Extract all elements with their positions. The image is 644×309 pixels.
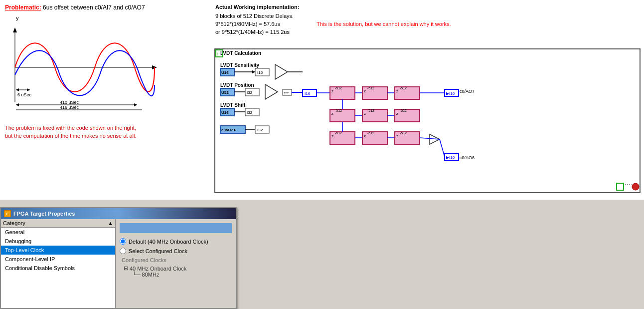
top-area: Problematic: 6us offset between c0/AI7 a… [0,0,644,200]
svg-point-96 [632,183,639,190]
category-toplevel-clock[interactable]: Top-Level Clock [1,246,115,255]
y-axis-label: y [16,15,19,21]
titlebar: F FPGA Target Properties [1,208,236,219]
actual-line1: 9 blocks of 512 Discrete Delays. [215,13,294,19]
actual-title: Actual Working implementation: [215,4,299,10]
default-clock-option[interactable]: Default (40 MHz Onboard Clock) [120,238,232,245]
fpga-diagram-box: LVDT Calculation LVDT Sensitivity U16 I1… [214,48,641,193]
svg-rect-58 [330,109,355,122]
actual-line3: or 9*512*(1/40MHz) = 115.2us [215,29,290,35]
svg-text:LVDT Shift: LVDT Shift [220,102,246,108]
category-list: General Debugging Top-Level Clock Compon… [1,228,115,273]
category-header: Category ▲ [1,219,115,228]
svg-text:I32: I32 [247,90,253,95]
fpga-properties-panel[interactable]: F FPGA Target Properties Category ▲ Gene… [0,207,237,309]
svg-text:LVDT Position: LVDT Position [220,82,254,88]
svg-text:I16: I16 [257,70,263,75]
svg-rect-55 [395,87,420,99]
svg-text:-512: -512 [400,86,407,90]
category-general[interactable]: General [1,228,115,237]
svg-text:LVDT Sensitivity: LVDT Sensitivity [220,62,260,68]
clock-tree: ⊟ 40 MHz Onboard Clock └─ 80MHz [124,265,232,278]
svg-marker-5 [16,88,19,91]
svg-text:410 uSec: 410 uSec [60,100,79,105]
svg-text:z: z [331,134,333,138]
svg-line-88 [440,139,445,157]
svg-marker-29 [265,84,278,99]
svg-rect-51 [362,87,387,99]
svg-text:U16: U16 [221,70,229,75]
svg-text:U52: U52 [221,90,229,95]
svg-text:-512: -512 [335,131,342,135]
clock-tree-child-label: 80MHz [142,272,160,278]
svg-text:c0/AO7: c0/AO7 [460,89,475,94]
svg-text:c0/AO6: c0/AO6 [460,155,475,160]
scroll-indicator: ▲ [108,220,113,226]
svg-text:z: z [364,111,366,116]
svg-text:416 uSec: 416 uSec [60,105,79,110]
svg-text:I32: I32 [257,128,263,132]
diagram-inner: LVDT Calculation LVDT Sensitivity U16 I1… [215,49,640,192]
default-clock-radio[interactable] [120,238,126,245]
svg-rect-94 [617,183,624,190]
titlebar-icon: F [4,210,11,217]
svg-text:z: z [331,111,333,116]
default-clock-label: Default (40 MHz Onboard Clock) [129,239,208,245]
problem-line2: but the computation of the time makes no… [5,132,137,140]
panel-title: FPGA Target Properties [13,211,75,217]
actual-line2: 9*512*(1/80MHz) = 57.6us [215,21,280,27]
svg-text:▶I16: ▶I16 [446,155,455,160]
svg-rect-47 [330,87,355,99]
panel-content: Category ▲ General Debugging Top-Level C… [1,219,236,308]
options-header-bar [120,223,232,233]
problem-text: The problem is fixed with the code shown… [5,124,137,140]
svg-rect-62 [362,109,387,122]
svg-text:⟺: ⟺ [284,91,289,94]
svg-text:I32: I32 [247,110,253,115]
svg-rect-73 [362,132,387,144]
problem-line1: The problem is fixed with the code shown… [5,124,137,132]
svg-text:▶I16: ▶I16 [446,91,455,96]
waveform-area: y 6 uSec [5,15,155,105]
problematic-label: Problematic: [5,4,41,11]
svg-text:c0/AI7►: c0/AI7► [221,128,237,132]
waveform-svg: 6 uSec 410 uSec 416 uSec [5,25,160,112]
svg-text:z: z [396,134,398,138]
svg-text:-512: -512 [335,109,342,112]
clock-tree-root-item: ⊟ 40 MHz Onboard Clock [124,265,232,272]
svg-marker-10 [134,103,137,106]
svg-text:i: i [217,51,218,56]
configured-clocks-section-label: Configured Clocks [122,257,232,263]
diagram-svg: LVDT Sensitivity U16 I16 LVDT Position U… [215,49,640,192]
category-conditional-disable[interactable]: Conditional Disable Symbols [1,264,115,273]
svg-text:-512: -512 [400,131,407,135]
category-header-label: Category [3,220,25,226]
svg-text:-512: -512 [367,131,374,135]
configured-clock-radio[interactable] [120,248,126,254]
tree-leaf-icon: └─ [133,272,141,278]
problematic-desc: 6us offset between c0/AI7 and c0/AO7 [43,4,145,11]
svg-marker-21 [275,64,288,79]
tree-expand-icon: ⊟ [124,265,128,272]
category-panel: Category ▲ General Debugging Top-Level C… [1,219,116,308]
svg-rect-77 [395,132,420,144]
category-component-ip[interactable]: Component-Level IP [1,255,115,264]
svg-marker-9 [16,103,19,106]
clock-tree-root-label: 40 MHz Onboard Clock [130,266,186,272]
solution-note: This is the solution, but we cannot expl… [317,21,451,27]
svg-text:z: z [396,89,398,93]
svg-rect-69 [330,132,355,144]
category-debugging[interactable]: Debugging [1,237,115,246]
svg-text:z: z [364,89,366,93]
configured-clock-option[interactable]: Select Configured Clock [120,248,232,254]
clock-tree-child-item: └─ 80MHz [133,272,232,278]
svg-text:z: z [331,89,333,93]
svg-text:-512: -512 [367,86,374,90]
configured-clock-label: Select Configured Clock [129,248,187,254]
svg-marker-2 [13,27,17,32]
svg-text:-512: -512 [400,109,407,112]
svg-text:z: z [364,134,366,138]
problematic-line: Problematic: 6us offset between c0/AI7 a… [5,4,145,11]
svg-text:I16: I16 [305,91,311,96]
svg-marker-18 [252,70,255,73]
